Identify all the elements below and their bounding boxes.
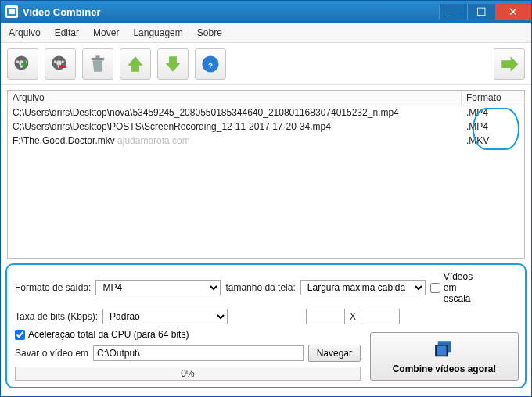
col-header-file[interactable]: Arquivo bbox=[8, 91, 462, 106]
file-format: .MP4 bbox=[462, 120, 524, 134]
toolbar: ? bbox=[1, 43, 531, 85]
svg-point-6 bbox=[20, 65, 23, 67]
bitrate-select[interactable]: Padrão bbox=[102, 309, 228, 324]
close-button[interactable]: ✕ bbox=[495, 4, 531, 20]
menu-editar[interactable]: Editar bbox=[55, 27, 79, 38]
progress-bar: 0% bbox=[15, 367, 361, 381]
add-video-button[interactable] bbox=[7, 48, 38, 80]
file-list[interactable]: Arquivo Formato C:\Users\drirs\Desktop\n… bbox=[7, 90, 525, 259]
combine-button-label: Combine vídeos agora! bbox=[393, 363, 497, 374]
move-up-button[interactable] bbox=[120, 48, 151, 80]
svg-point-4 bbox=[16, 60, 19, 63]
file-row[interactable]: F:\The.Good.Doctor.mkv ajudamarota.com.M… bbox=[8, 134, 524, 148]
move-down-button[interactable] bbox=[157, 48, 189, 80]
file-path: F:\The.Good.Doctor.mkv ajudamarota.com bbox=[8, 134, 462, 148]
save-path-input[interactable] bbox=[93, 345, 304, 361]
file-format: .MKV bbox=[462, 134, 524, 148]
svg-point-10 bbox=[62, 60, 64, 63]
menu-mover[interactable]: Mover bbox=[93, 27, 119, 38]
help-button[interactable]: ? bbox=[195, 48, 226, 80]
svg-text:?: ? bbox=[208, 60, 213, 69]
file-path: C:\Users\drirs\Desktop\POSTS\ScreenRecor… bbox=[8, 120, 462, 134]
maximize-button[interactable]: ☐ bbox=[467, 4, 495, 20]
browse-button[interactable]: Navegar bbox=[308, 345, 361, 362]
file-row[interactable]: C:\Users\drirs\Desktop\nova\53459245_208… bbox=[8, 106, 524, 120]
file-list-header: Arquivo Formato bbox=[8, 91, 524, 106]
menubar: Arquivo Editar Mover Languagem Sobre bbox=[1, 23, 531, 43]
settings-panel: Formato de saída: MP4 tamanho da tela: L… bbox=[5, 263, 527, 388]
svg-point-9 bbox=[54, 60, 56, 63]
menu-sobre[interactable]: Sobre bbox=[197, 27, 222, 38]
titlebar[interactable]: Video Combiner — ☐ ✕ bbox=[1, 1, 531, 23]
col-header-format[interactable]: Formato bbox=[462, 91, 524, 106]
svg-rect-21 bbox=[447, 345, 449, 356]
svg-rect-13 bbox=[92, 57, 104, 59]
file-row[interactable]: C:\Users\drirs\Desktop\POSTS\ScreenRecor… bbox=[8, 120, 524, 134]
screen-size-select[interactable]: Largura máxima cabida bbox=[300, 280, 426, 295]
svg-rect-1 bbox=[9, 9, 15, 14]
minimize-button[interactable]: — bbox=[439, 4, 467, 20]
app-icon bbox=[5, 5, 18, 18]
svg-rect-14 bbox=[96, 55, 100, 57]
svg-point-8 bbox=[56, 60, 62, 66]
height-input[interactable] bbox=[361, 309, 400, 324]
svg-rect-20 bbox=[435, 345, 437, 356]
width-input[interactable] bbox=[306, 309, 345, 324]
svg-rect-19 bbox=[437, 345, 447, 355]
watermark: ajudamarota.com bbox=[117, 135, 190, 146]
scale-videos-label: Vídeos em escala bbox=[444, 271, 473, 304]
output-format-select[interactable]: MP4 bbox=[95, 280, 221, 295]
output-format-label: Formato de saída: bbox=[15, 282, 91, 293]
file-format: .MP4 bbox=[462, 106, 524, 120]
cpu-accel-checkbox[interactable]: Aceleração total da CPU (para 64 bits) bbox=[15, 329, 189, 340]
scale-videos-input[interactable] bbox=[430, 283, 440, 293]
svg-rect-12 bbox=[59, 65, 66, 67]
cpu-accel-label: Aceleração total da CPU (para 64 bits) bbox=[28, 329, 189, 340]
window-title: Video Combiner bbox=[23, 6, 439, 18]
combine-button[interactable]: Combine vídeos agora! bbox=[370, 332, 519, 381]
remove-video-button[interactable] bbox=[45, 48, 76, 80]
bitrate-label: Taxa de bits (Kbps): bbox=[15, 311, 98, 322]
proceed-button[interactable] bbox=[494, 48, 525, 80]
screen-size-label: tamanho da tela: bbox=[225, 282, 295, 293]
menu-languagem[interactable]: Languagem bbox=[133, 27, 182, 38]
menu-arquivo[interactable]: Arquivo bbox=[9, 27, 41, 38]
film-icon bbox=[433, 339, 456, 362]
dimension-x: X bbox=[350, 311, 356, 322]
scale-videos-checkbox[interactable]: Vídeos em escala bbox=[430, 271, 473, 304]
window-controls: — ☐ ✕ bbox=[439, 4, 531, 20]
progress-label: 0% bbox=[16, 368, 360, 379]
save-path-label: Savar o vídeo em bbox=[15, 348, 88, 359]
clear-list-button[interactable] bbox=[82, 48, 113, 80]
app-window: Video Combiner — ☐ ✕ Arquivo Editar Move… bbox=[0, 0, 532, 397]
file-path: C:\Users\drirs\Desktop\nova\53459245_208… bbox=[8, 106, 462, 120]
cpu-accel-input[interactable] bbox=[15, 330, 25, 340]
